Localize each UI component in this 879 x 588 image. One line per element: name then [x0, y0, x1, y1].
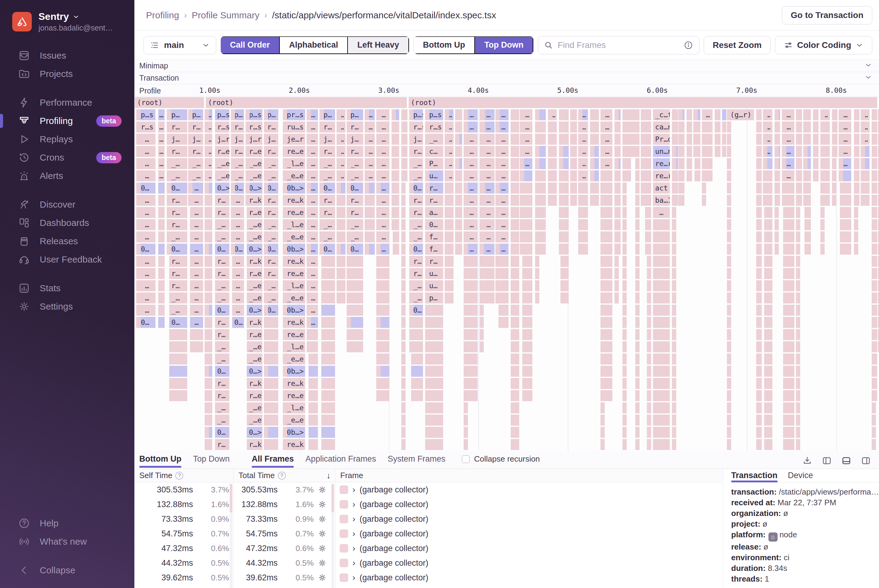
- flame-frame[interactable]: [246, 134, 250, 145]
- flame-frame[interactable]: [320, 134, 324, 145]
- flame-frame[interactable]: [409, 280, 413, 291]
- flame-frame[interactable]: [871, 415, 876, 426]
- flame-frame[interactable]: [321, 378, 335, 389]
- flame-frame[interactable]: …: [139, 134, 155, 145]
- flame-frame[interactable]: [425, 219, 430, 230]
- flame-frame[interactable]: [647, 402, 651, 413]
- flame-frame[interactable]: [464, 268, 468, 279]
- flame-frame[interactable]: [376, 109, 380, 120]
- flame-frame[interactable]: [515, 219, 519, 230]
- flame-frame[interactable]: r…s: [139, 122, 155, 132]
- flame-frame[interactable]: [167, 134, 171, 145]
- flame-frame[interactable]: [522, 329, 532, 340]
- flame-frame[interactable]: _l…e: [285, 219, 305, 230]
- flame-frame[interactable]: [522, 354, 532, 364]
- flame-frame[interactable]: [764, 268, 772, 279]
- flame-frame[interactable]: [715, 146, 719, 157]
- tab-application-frames[interactable]: Application Frames: [305, 454, 376, 467]
- flame-frame[interactable]: [535, 256, 539, 267]
- flame-frame[interactable]: [347, 183, 351, 194]
- flame-frame[interactable]: [511, 134, 515, 145]
- flame-frame[interactable]: [871, 402, 876, 413]
- flame-frame[interactable]: [840, 231, 851, 242]
- flame-frame[interactable]: [622, 109, 627, 120]
- flame-frame[interactable]: [796, 219, 800, 230]
- flame-frame[interactable]: [445, 219, 449, 230]
- self-time-cell[interactable]: 73.33ms0.9%: [134, 512, 233, 526]
- flame-frame[interactable]: …: [232, 280, 244, 291]
- flame-frame[interactable]: [535, 244, 539, 255]
- flame-frame[interactable]: [861, 146, 865, 157]
- flame-frame[interactable]: …: [139, 304, 155, 316]
- flame-frame[interactable]: [347, 268, 351, 279]
- flame-frame[interactable]: [520, 170, 524, 182]
- flame-frame[interactable]: [409, 219, 413, 230]
- flame-frame[interactable]: [520, 195, 524, 206]
- flame-frame[interactable]: [635, 317, 640, 328]
- flame-frame[interactable]: [727, 427, 731, 438]
- flame-frame[interactable]: [535, 134, 539, 145]
- flame-frame[interactable]: [715, 134, 719, 145]
- flame-frame[interactable]: [796, 109, 800, 120]
- flame-frame[interactable]: [861, 134, 865, 145]
- flame-frame[interactable]: [653, 256, 670, 267]
- flame-frame[interactable]: [764, 231, 772, 242]
- flame-frame[interactable]: [559, 158, 563, 169]
- flame-frame[interactable]: [727, 244, 731, 255]
- flame-frame[interactable]: [158, 268, 165, 279]
- flame-frame[interactable]: [641, 158, 645, 169]
- flame-frame[interactable]: [307, 329, 311, 340]
- flame-frame[interactable]: …: [139, 231, 155, 242]
- flame-frame[interactable]: [763, 109, 767, 120]
- collapse-recursion-checkbox[interactable]: Collapse recursion: [462, 454, 540, 464]
- flame-frame[interactable]: [167, 170, 171, 182]
- flame-frame[interactable]: p…: [169, 109, 187, 120]
- flame-frame[interactable]: [158, 317, 165, 328]
- flame-frame[interactable]: [878, 158, 879, 169]
- flame-frame[interactable]: [687, 109, 691, 120]
- flame-frame[interactable]: [283, 183, 287, 194]
- flame-frame[interactable]: [560, 280, 569, 291]
- flame-frame[interactable]: [727, 207, 731, 218]
- flame-frame[interactable]: [169, 390, 187, 401]
- self-time-cell[interactable]: 54.75ms0.7%: [134, 526, 233, 541]
- flame-frame[interactable]: [854, 183, 858, 194]
- flame-frame[interactable]: [495, 170, 500, 182]
- flame-frame[interactable]: [796, 378, 800, 389]
- flame-frame[interactable]: [307, 195, 311, 206]
- flame-frame[interactable]: r…e: [247, 207, 262, 218]
- flame-frame[interactable]: [775, 122, 779, 132]
- flame-frame[interactable]: [511, 268, 515, 279]
- flame-frame[interactable]: [647, 256, 651, 267]
- flame-frame[interactable]: [775, 134, 779, 145]
- flame-frame[interactable]: [464, 231, 468, 242]
- flame-frame[interactable]: [782, 183, 786, 194]
- flame-frame[interactable]: [283, 354, 287, 364]
- flame-frame[interactable]: [535, 195, 539, 206]
- flame-frame[interactable]: [321, 268, 335, 279]
- flame-frame[interactable]: …: [499, 183, 508, 194]
- total-time-cell[interactable]: 73.33ms0.9%: [234, 512, 335, 526]
- flame-frame[interactable]: [756, 292, 760, 303]
- flame-frame[interactable]: [167, 231, 171, 242]
- flame-frame[interactable]: [347, 280, 351, 291]
- chevron-right-icon[interactable]: ›: [352, 529, 355, 538]
- flame-frame[interactable]: …: [482, 244, 494, 255]
- flame-frame[interactable]: _…: [215, 231, 229, 242]
- tab-all-frames[interactable]: All Frames: [252, 454, 294, 467]
- flame-frame[interactable]: [392, 183, 396, 194]
- flame-frame[interactable]: 0…: [169, 244, 187, 255]
- flame-frame[interactable]: [204, 415, 209, 426]
- flame-frame[interactable]: [347, 329, 351, 340]
- flame-frame[interactable]: _…: [169, 158, 187, 169]
- flame-frame[interactable]: [307, 170, 311, 182]
- flame-frame[interactable]: [425, 378, 430, 389]
- flame-frame[interactable]: [783, 415, 794, 426]
- flame-frame[interactable]: [820, 170, 825, 182]
- flame-frame[interactable]: [813, 134, 817, 145]
- flame-frame[interactable]: [499, 317, 508, 328]
- flame-frame[interactable]: [169, 378, 187, 389]
- flame-frame[interactable]: [308, 378, 318, 389]
- flame-frame[interactable]: r…: [169, 219, 187, 230]
- flame-frame[interactable]: [693, 109, 697, 120]
